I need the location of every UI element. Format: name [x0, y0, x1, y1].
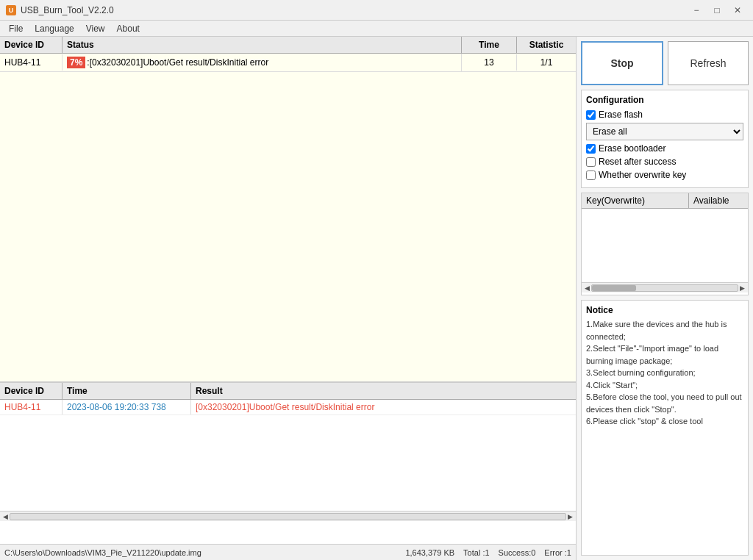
app-icon-text: U	[9, 7, 14, 14]
log-table-area: Device ID Time Result HUB4-11 2023-08-06…	[0, 382, 576, 544]
kh-key: Key(Overwrite)	[582, 193, 689, 208]
window-controls: − □ ✕	[687, 3, 747, 18]
erase-flash-label: Erase flash	[599, 110, 643, 120]
refresh-button[interactable]: Refresh	[668, 41, 749, 85]
erase-bootloader-row: Erase bootloader	[586, 143, 743, 154]
status-size: 1,643,379 KB	[405, 548, 454, 557]
notice-line-6: 6.Please click "stop" & close tool	[586, 415, 743, 428]
td-status: 7% :[0x32030201]Uboot/Get result/DiskIni…	[63, 54, 462, 71]
reset-after-success-row: Reset after success	[586, 157, 743, 167]
key-scroll-left-arrow[interactable]: ◀	[583, 284, 591, 292]
notice-line-5: 5.Before close the tool, you need to pul…	[586, 391, 743, 415]
notice-line-1: 1.Make sure the devices and the hub is c…	[586, 318, 743, 342]
status-error: Error :1	[544, 548, 571, 557]
log-table-header: Device ID Time Result	[0, 383, 576, 400]
button-row: Stop Refresh	[581, 41, 749, 85]
lh-result: Result	[191, 383, 576, 399]
scroll-right-arrow[interactable]: ▶	[566, 513, 574, 520]
overwrite-key-checkbox[interactable]	[586, 170, 596, 180]
menu-bar: File Language View About	[0, 21, 753, 37]
log-row: HUB4-11 2023-08-06 19:20:33 738 [0x32030…	[0, 400, 576, 415]
key-scroll-right-arrow[interactable]: ▶	[738, 284, 746, 292]
notice-line-4: 4.Click "Start";	[586, 379, 743, 392]
key-table-header: Key(Overwrite) Available	[582, 193, 748, 209]
notice-section: Notice 1.Make sure the devices and the h…	[581, 300, 749, 556]
menu-language[interactable]: Language	[29, 22, 79, 35]
key-table-body	[582, 209, 748, 282]
app-title: USB_Burn_Tool_V2.2.0	[21, 5, 114, 15]
lr-result: [0x32030201]Uboot/Get result/DiskInitial…	[191, 400, 576, 414]
overwrite-key-label: Whether overwrite key	[599, 170, 686, 180]
notice-title: Notice	[586, 305, 743, 315]
erase-bootloader-label: Erase bootloader	[599, 143, 665, 154]
status-percent: 7%	[67, 57, 85, 68]
scroll-left-arrow[interactable]: ◀	[1, 513, 10, 520]
overwrite-key-row: Whether overwrite key	[586, 170, 743, 180]
main-content: Device ID Status Time Statistic HUB4-11 …	[0, 37, 753, 560]
device-table-header: Device ID Status Time Statistic	[0, 37, 576, 54]
lr-time: 2023-08-06 19:20:33 738	[63, 400, 191, 414]
device-table-body: HUB4-11 7% :[0x32030201]Uboot/Get result…	[0, 54, 576, 274]
status-success: Success:0	[499, 548, 536, 557]
erase-all-select[interactable]: Erase all	[586, 123, 743, 140]
log-table-body: HUB4-11 2023-08-06 19:20:33 738 [0x32030…	[0, 400, 576, 415]
left-panel: Device ID Status Time Statistic HUB4-11 …	[0, 37, 577, 560]
erase-bootloader-checkbox[interactable]	[586, 144, 596, 154]
td-statistic: 1/1	[517, 54, 576, 71]
key-table-area: Key(Overwrite) Available ◀ ▶	[581, 193, 749, 295]
close-button[interactable]: ✕	[728, 3, 747, 18]
menu-about[interactable]: About	[111, 22, 146, 35]
configuration-section: Configuration Erase flash Erase all Eras…	[581, 90, 749, 188]
status-bar: C:\Users\o\Downloads\VIM3_Pie_V211220\up…	[0, 544, 576, 560]
reset-after-success-checkbox[interactable]	[586, 157, 596, 167]
erase-flash-row: Erase flash	[586, 110, 743, 120]
table-row: HUB4-11 7% :[0x32030201]Uboot/Get result…	[0, 54, 576, 72]
reset-after-success-label: Reset after success	[599, 157, 676, 167]
th-device-id: Device ID	[0, 37, 63, 53]
th-status: Status	[63, 37, 462, 53]
status-total: Total :1	[463, 548, 489, 557]
right-panel: Stop Refresh Configuration Erase flash E…	[577, 37, 753, 560]
kh-available: Available	[689, 193, 748, 208]
key-scroll-track[interactable]	[591, 284, 738, 292]
maximize-button[interactable]: □	[707, 3, 727, 18]
key-scroll-thumb[interactable]	[592, 285, 636, 291]
notice-line-3: 3.Select burning configuration;	[586, 367, 743, 379]
minimize-button[interactable]: −	[687, 3, 706, 18]
stop-button[interactable]: Stop	[581, 41, 663, 85]
erase-flash-checkbox[interactable]	[586, 110, 596, 120]
td-time: 13	[462, 54, 517, 71]
lh-device-id: Device ID	[0, 383, 63, 399]
device-table-area: Device ID Status Time Statistic HUB4-11 …	[0, 37, 576, 382]
status-text: :[0x32030201]Uboot/Get result/DiskInitia…	[87, 57, 268, 68]
menu-view[interactable]: View	[80, 22, 111, 35]
scroll-track[interactable]	[10, 513, 566, 520]
lh-time: Time	[63, 383, 191, 399]
lr-device-id: HUB4-11	[0, 400, 63, 414]
td-device-id: HUB4-11	[0, 54, 63, 71]
key-scrollbar[interactable]: ◀ ▶	[582, 282, 748, 292]
configuration-title: Configuration	[586, 95, 743, 105]
status-filepath: C:\Users\o\Downloads\VIM3_Pie_V211220\up…	[4, 548, 396, 557]
app-icon: U	[6, 5, 16, 15]
menu-file[interactable]: File	[3, 22, 29, 35]
notice-line-2: 2.Select "File"-"Import image" to load b…	[586, 342, 743, 367]
th-time: Time	[462, 37, 517, 53]
notice-text: 1.Make sure the devices and the hub is c…	[586, 318, 743, 428]
th-statistic: Statistic	[517, 37, 576, 53]
title-bar: U USB_Burn_Tool_V2.2.0 − □ ✕	[0, 0, 753, 21]
log-scrollbar[interactable]: ◀ ▶	[0, 511, 576, 521]
